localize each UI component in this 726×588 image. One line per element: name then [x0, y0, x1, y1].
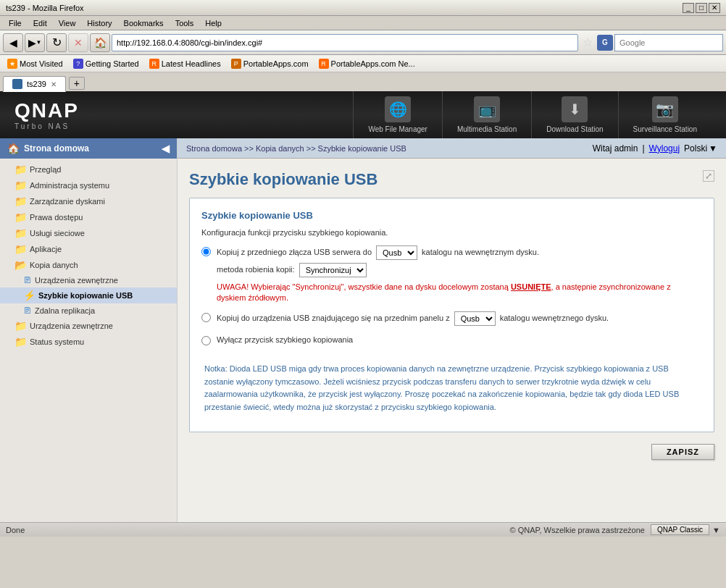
bookmark-latest-headlines[interactable]: R Latest Headlines: [146, 57, 224, 70]
classic-dropdown-icon[interactable]: ▼: [712, 526, 720, 534]
menu-bookmarks[interactable]: Bookmarks: [118, 17, 170, 29]
info-text: Notka: Dioda LED USB miga gdy trwa proce…: [201, 357, 702, 419]
sidebar-item-aplikacje[interactable]: 📁 Aplikacje: [0, 241, 177, 257]
search-input[interactable]: [614, 34, 723, 51]
usb-icon: ⚡: [23, 290, 36, 301]
option3-label: Wyłącz przycisk szybkiego kopiowania: [217, 335, 353, 345]
option1-radio[interactable]: [201, 247, 211, 256]
menu-view[interactable]: View: [53, 17, 82, 29]
sidebar-tree: 📁 Przegląd 📁 Administracja systemu 📁 Zar…: [0, 159, 177, 353]
sidebar-item-status[interactable]: 📁 Status systemu: [0, 334, 177, 350]
nav-web-file-manager[interactable]: 🌐 Web File Manager: [353, 91, 442, 138]
breadcrumb: Strona domowa >> Kopia danych >> Szybkie…: [186, 144, 406, 153]
folder-icon-6: 📁: [14, 243, 27, 255]
window-controls[interactable]: _ □ ✕: [683, 3, 720, 13]
folder-icon-1: 📁: [14, 164, 27, 175]
panel-title: Szybkie kopiowanie USB: [201, 210, 702, 221]
status-bar: Done © QNAP, Wszelkie prawa zastrzeżone …: [0, 522, 726, 537]
back-button[interactable]: ◀: [3, 33, 23, 52]
content-body: Szybkie kopiowanie USB ⤢ Szybkie kopiowa…: [178, 159, 726, 522]
save-button[interactable]: ZAPISZ: [651, 444, 714, 460]
home-icon: 🏠: [7, 143, 20, 154]
app-layout: 🏠 Strona domowa ◀ 📁 Przegląd 📁 Administr…: [0, 138, 726, 522]
content-header: Strona domowa >> Kopia danych >> Szybkie…: [178, 138, 726, 159]
rss-icon-1: R: [149, 59, 159, 69]
nav-multimedia-station[interactable]: 📺 Multimedia Station: [442, 91, 531, 138]
user-area: Witaj admin | Wyloguj Polski ▼: [593, 143, 717, 154]
tab-close-button[interactable]: ✕: [51, 80, 57, 88]
sidebar-item-prawa[interactable]: 📁 Prawa dostępu: [0, 209, 177, 225]
search-engine-icon: G: [597, 35, 613, 51]
tab-favicon: [12, 79, 22, 89]
qnap-header: QNAP Turbo NAS 🌐 Web File Manager 📺 Mult…: [0, 91, 726, 138]
sidebar: 🏠 Strona domowa ◀ 📁 Przegląd 📁 Administr…: [0, 138, 178, 522]
url-bar[interactable]: [112, 34, 578, 51]
menu-tools[interactable]: Tools: [170, 17, 200, 29]
maximize-button[interactable]: □: [696, 3, 707, 13]
home-button[interactable]: 🏠: [90, 33, 110, 52]
menu-file[interactable]: File: [3, 17, 28, 29]
sidebar-item-przeglad[interactable]: 📁 Przegląd: [0, 161, 177, 177]
qnap-brand: QNAP: [14, 99, 79, 122]
menu-history[interactable]: History: [81, 17, 117, 29]
minimize-button[interactable]: _: [683, 3, 694, 13]
sidebar-item-zdalna[interactable]: 🖹 Zdalna replikacja: [0, 303, 177, 318]
classic-button[interactable]: QNAP Classic: [651, 524, 709, 535]
folder-icon-5: 📁: [14, 227, 27, 239]
folder-icon-3: 📁: [14, 196, 27, 207]
sidebar-item-urzadzenia-zew-2[interactable]: 📁 Urządzenia zewnętrzne: [0, 318, 177, 334]
option1-folder-select[interactable]: Qusb: [376, 245, 417, 260]
qnap-subtitle: Turbo NAS: [14, 122, 79, 130]
sidebar-item-szybkie[interactable]: ⚡ Szybkie kopiowanie USB: [0, 287, 177, 303]
copyright-text: © QNAP, Wszelkie prawa zastrzeżone: [510, 526, 645, 534]
sidebar-header: 🏠 Strona domowa ◀: [0, 138, 177, 159]
tab-ts239[interactable]: ts239 ✕: [3, 76, 66, 92]
menu-edit[interactable]: Edit: [28, 17, 53, 29]
rss-icon-2: R: [319, 59, 329, 69]
sidebar-collapse-button[interactable]: ◀: [162, 143, 170, 154]
logout-link[interactable]: Wyloguj: [649, 143, 680, 154]
language-selector[interactable]: Polski ▼: [684, 143, 717, 154]
sidebar-item-zarzadzanie[interactable]: 📁 Zarządzanie dyskami: [0, 193, 177, 209]
portableapps-icon-1: P: [231, 59, 241, 69]
sidebar-title: Strona domowa: [24, 143, 89, 154]
stop-button[interactable]: ✕: [68, 33, 88, 52]
nav-surveillance-station[interactable]: 📷 Surveillance Station: [618, 91, 712, 138]
option2-row: Kopiuj do urządzenia USB znajdującego si…: [201, 311, 702, 326]
sidebar-item-urzadzenia-zew-1[interactable]: 🖹 Urządzenia zewnętrzne: [0, 273, 177, 287]
bookmark-star-icon[interactable]: ☆: [580, 35, 596, 49]
file-icon-2: 🖹: [23, 306, 32, 316]
surveillance-station-icon: 📷: [652, 96, 678, 122]
option1-row: Kopiuj z przedniego złącza USB serwera d…: [201, 245, 702, 304]
new-tab-button[interactable]: +: [69, 77, 85, 90]
bookmark-most-visited[interactable]: ★ Most Visited: [4, 57, 66, 70]
sidebar-item-administracja[interactable]: 📁 Administracja systemu: [0, 177, 177, 193]
sidebar-item-uslugi[interactable]: 📁 Usługi sieciowe: [0, 225, 177, 241]
file-icon-1: 🖹: [23, 275, 32, 285]
folder-open-icon-1: 📂: [14, 259, 27, 271]
menu-help[interactable]: Help: [199, 17, 228, 29]
option3-radio[interactable]: [201, 336, 211, 345]
option1-method-select[interactable]: Synchronizuj: [299, 263, 367, 277]
bookmark-getting-started[interactable]: ? Getting Started: [70, 57, 142, 70]
forward-button[interactable]: ▶▼: [25, 33, 45, 52]
config-description: Konfiguracja funkcji przycisku szybkiego…: [201, 228, 702, 237]
tab-bar: ts239 ✕ +: [0, 72, 726, 91]
lang-dropdown-icon: ▼: [709, 143, 717, 154]
option2-folder-select[interactable]: Qusb: [454, 311, 496, 326]
browser-title: ts239 - Mozilla Firefox: [6, 4, 683, 12]
option3-row: Wyłącz przycisk szybkiego kopiowania: [201, 335, 702, 345]
classic-button-area: QNAP Classic ▼: [651, 524, 720, 535]
close-button[interactable]: ✕: [709, 3, 720, 13]
reload-button[interactable]: ↻: [46, 33, 67, 52]
web-file-manager-icon: 🌐: [385, 96, 411, 122]
bookmark-portableapps2[interactable]: R PortableApps.com Ne...: [316, 57, 418, 70]
main-content: Strona domowa >> Kopia danych >> Szybkie…: [178, 138, 726, 522]
bookmark-portableapps[interactable]: P PortableApps.com: [228, 57, 312, 70]
welcome-text: Witaj admin: [593, 143, 638, 154]
panel-expand-button[interactable]: ⤢: [703, 170, 714, 182]
nav-download-station[interactable]: ⬇ Download Station: [531, 91, 617, 138]
folder-icon-7: 📁: [14, 320, 27, 332]
option2-radio[interactable]: [201, 313, 211, 322]
sidebar-item-kopia[interactable]: 📂 Kopia danych: [0, 257, 177, 273]
